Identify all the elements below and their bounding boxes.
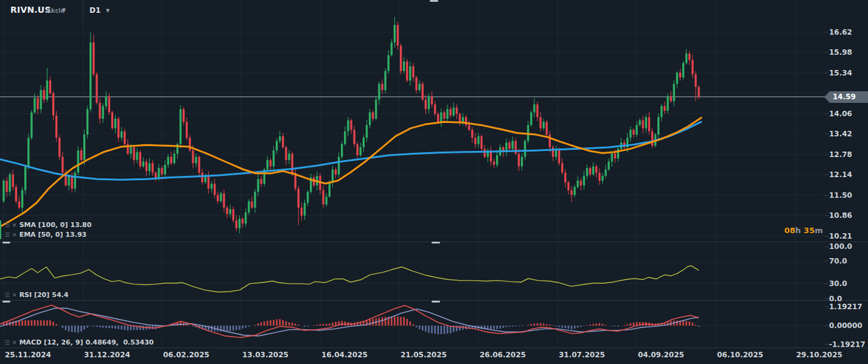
macd-divider-handle-left[interactable]	[2, 301, 10, 303]
candle-close-countdown: 08h 35m	[718, 226, 823, 235]
rsi-close-icon[interactable]: ✕	[12, 292, 17, 298]
symbol-dropdown-caret-icon[interactable]: ▼	[62, 7, 66, 13]
sma-close-icon[interactable]: ✕	[12, 222, 17, 228]
sma-value: 13.80	[71, 221, 92, 229]
date-axis-label: 06.02.2025	[163, 351, 209, 359]
timeframe-selector[interactable]: D1	[89, 6, 100, 15]
sma-indicator-row: ☰ ✕ SMA [100, 0] 13.80	[5, 220, 91, 229]
ema-label: EMA [50, 0]	[19, 231, 63, 239]
date-axis-label: 29.10.2025	[796, 351, 842, 359]
rsi-label: RSI [20]	[19, 291, 50, 299]
macd-value: 0.48649, 0.53430	[85, 338, 153, 346]
price-axis-label: 13.42	[829, 129, 852, 139]
price-axis-label: 12.14	[829, 170, 852, 180]
ema-indicator-row: ☰ ✕ EMA [50, 0] 13.93	[5, 230, 86, 239]
macd-axis-label: 0.00000	[829, 321, 863, 331]
date-axis-label: 25.11.2024	[5, 351, 51, 359]
date-axis-label: 31.12.2024	[84, 351, 130, 359]
header-divider	[83, 0, 84, 21]
macd-axis-label: -1.19217	[829, 340, 866, 349]
timeframe-dropdown-caret-icon[interactable]: ▼	[106, 8, 110, 13]
rsi-axis-label: 70.0	[829, 256, 847, 266]
chart-canvas[interactable]	[0, 0, 868, 364]
date-axis-label: 04.09.2025	[638, 351, 684, 359]
macd-indicator-row: ☰ ✕ MACD [12, 26, 9] 0.48649, 0.53430	[5, 338, 154, 347]
date-axis-label: 06.10.2025	[717, 351, 763, 359]
macd-close-icon[interactable]: ✕	[12, 340, 17, 346]
date-axis-label: 26.06.2025	[480, 351, 526, 359]
date-axis-label: 16.04.2025	[321, 351, 368, 359]
ema-value: 13.93	[65, 231, 86, 239]
price-axis-label: 10.21	[829, 231, 852, 241]
price-axis-label: 16.62	[829, 27, 852, 37]
macd-label: MACD [12, 26, 9]	[19, 338, 83, 346]
sma-label: SMA [100, 0]	[19, 221, 68, 229]
date-axis-label: 21.05.2025	[401, 351, 447, 359]
current-price-badge: 14.59	[824, 91, 868, 103]
macd-axis-label: 1.19217	[829, 302, 863, 312]
price-axis-label: 11.50	[829, 191, 852, 200]
symbol-label[interactable]: RIVN.US	[10, 5, 51, 15]
price-axis-label: 15.98	[829, 47, 852, 57]
ema-settings-icon[interactable]: ☰	[5, 232, 10, 238]
macd-settings-icon[interactable]: ☰	[5, 340, 10, 346]
rsi-divider-handle-left[interactable]	[2, 242, 10, 243]
trading-chart-window: { "header": { "symbol": "RIVN.US", "inst…	[0, 0, 868, 364]
ema-close-icon[interactable]: ✕	[12, 232, 17, 238]
rsi-value: 54.4	[52, 291, 68, 299]
sma-settings-icon[interactable]: ☰	[5, 222, 10, 228]
date-axis-label: 13.03.2025	[242, 351, 289, 359]
rsi-settings-icon[interactable]: ☰	[5, 292, 10, 298]
date-axis-label: 31.07.2025	[559, 351, 605, 359]
rsi-axis-label: 30.0	[829, 279, 847, 289]
indicator-accent-bar	[0, 220, 1, 239]
rsi-divider-handle[interactable]	[432, 242, 440, 243]
rsi-axis-label: 100.0	[829, 242, 852, 251]
countdown-minutes-unit: m	[814, 226, 823, 235]
rsi-indicator-row: ☰ ✕ RSI [20] 54.4	[5, 290, 68, 299]
price-axis-label: 14.06	[829, 109, 852, 119]
price-axis-label: 12.78	[829, 150, 852, 159]
price-axis-label: 10.86	[829, 211, 852, 220]
macd-divider-handle[interactable]	[432, 301, 440, 303]
countdown-minutes: 35	[803, 226, 814, 235]
top-divider-handle[interactable]	[430, 0, 438, 2]
chart-header: RIVN.US Akcie ▼ D1 ▼	[0, 0, 868, 21]
countdown-hours-unit: h	[796, 226, 801, 235]
countdown-hours: 08	[784, 226, 795, 235]
price-axis-label: 15.34	[829, 68, 852, 78]
